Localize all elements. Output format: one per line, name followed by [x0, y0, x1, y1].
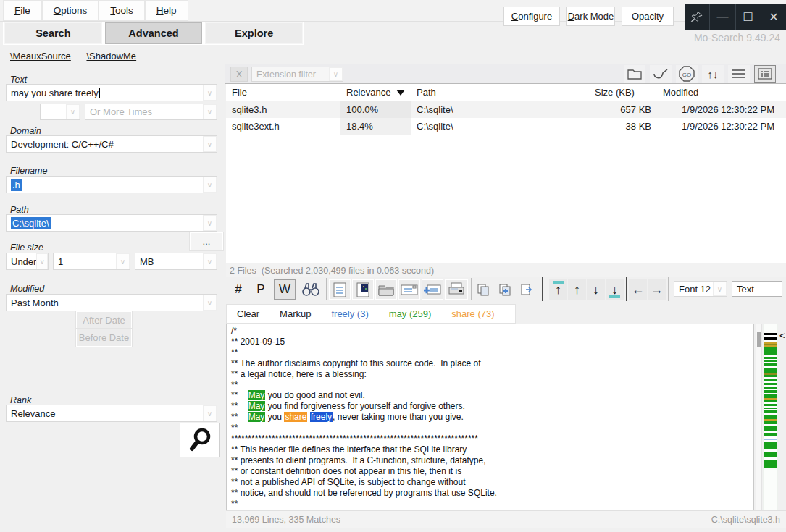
filter-clear-button[interactable]: X	[230, 67, 248, 82]
maximize-icon[interactable]: ☐	[735, 4, 761, 30]
preview-scrollbar-thumb[interactable]	[757, 332, 761, 347]
plain-text-button[interactable]: P	[251, 279, 271, 300]
col-file[interactable]: File	[226, 87, 340, 98]
filesize-label: File size	[10, 242, 43, 253]
binoculars-icon	[301, 282, 320, 297]
chevron-down-icon[interactable]: ∨	[203, 104, 217, 119]
back-button[interactable]: ←	[629, 279, 647, 300]
forward-button[interactable]: →	[648, 279, 666, 300]
chevron-down-icon[interactable]: ∨	[203, 215, 217, 231]
extension-filter-placeholder: Extension filter	[256, 69, 316, 80]
chevron-down-icon[interactable]: ∨	[36, 253, 48, 269]
col-modified[interactable]: Modified	[656, 87, 780, 98]
text-input[interactable]: may you share freely ∨	[6, 84, 217, 101]
close-icon[interactable]: ✕	[761, 4, 786, 30]
jump-bottom-button[interactable]: ↓	[606, 279, 624, 300]
repeat-count-combo[interactable]: ∨	[40, 104, 80, 120]
folder-icon	[627, 68, 642, 80]
menu-tools[interactable]: Tools	[99, 0, 145, 21]
chevron-down-icon[interactable]: ∨	[66, 104, 80, 119]
mail-button[interactable]	[398, 279, 420, 300]
opacity-button[interactable]: Opacity	[622, 7, 674, 26]
menu-help[interactable]: Help	[145, 0, 188, 21]
sort-toggle-button[interactable]: ↑↓	[702, 65, 724, 83]
tab-may[interactable]: may (259)	[389, 308, 432, 319]
menu-options[interactable]: Options	[42, 0, 99, 21]
chevron-down-icon[interactable]: ∨	[116, 253, 130, 269]
chevron-down-icon[interactable]: ∨	[203, 177, 217, 193]
tab-explore[interactable]: Explore	[205, 22, 303, 44]
configure-button[interactable]: Configure	[503, 7, 560, 26]
pipe-icon	[653, 68, 669, 80]
table-row[interactable]: sqlite3.h 100.0% C:\sqlite\ 657 KB 1/9/2…	[226, 101, 786, 118]
extension-filter-input[interactable]: Extension filter ∨	[251, 67, 343, 82]
filesize-unit-combo[interactable]: MB ∨	[135, 253, 217, 270]
find-text-input[interactable]: Text	[732, 281, 782, 297]
find-button[interactable]	[298, 279, 323, 300]
tab-freely[interactable]: freely (3)	[331, 308, 368, 319]
find-text-value: Text	[737, 284, 754, 295]
list-view-button[interactable]	[728, 65, 750, 83]
col-size[interactable]: Size (KB)	[590, 87, 656, 98]
hash-button[interactable]: #	[229, 279, 248, 300]
chevron-down-icon[interactable]: ∨	[203, 405, 217, 421]
filesize-value-combo[interactable]: 1 ∨	[53, 253, 130, 270]
notepad-image-icon	[356, 282, 369, 297]
rank-value: Relevance	[11, 408, 55, 419]
notepad-image-button[interactable]	[352, 279, 374, 300]
next-match-button[interactable]: ↓	[587, 279, 605, 300]
filename-input[interactable]: .h ∨	[6, 176, 217, 193]
chevron-down-icon[interactable]: ∨	[203, 295, 217, 311]
tab-clear[interactable]: Clear	[237, 308, 259, 319]
preview-scrollbar[interactable]	[756, 324, 762, 510]
browse-path-button[interactable]: ...	[190, 232, 223, 250]
col-path[interactable]: Path	[411, 87, 590, 98]
tab-advanced[interactable]: Advanced	[105, 22, 203, 44]
print-button[interactable]	[445, 279, 468, 300]
chevron-down-icon[interactable]: ∨	[329, 67, 343, 81]
col-relevance[interactable]: Relevance	[340, 87, 411, 98]
tab-search[interactable]: Search	[4, 22, 102, 44]
modified-combo[interactable]: Past Month ∨	[6, 294, 217, 311]
export-button[interactable]	[517, 279, 536, 300]
minimap-position-indicator[interactable]	[764, 333, 777, 340]
copy-button[interactable]	[474, 279, 493, 300]
font-size-combo[interactable]: Font 12 ∨	[674, 281, 727, 297]
menu-file[interactable]: File	[3, 0, 42, 21]
chevron-down-icon[interactable]: ∨	[203, 253, 217, 269]
or-more-times-combo[interactable]: Or More Times ∨	[85, 104, 217, 120]
minimize-icon[interactable]: —	[709, 4, 735, 30]
search-button[interactable]	[180, 423, 220, 457]
chevron-down-icon[interactable]: ∨	[713, 282, 727, 296]
jump-top-button[interactable]: ↑	[549, 279, 567, 300]
filesize-op-combo[interactable]: Under ∨	[6, 253, 49, 270]
mail-add-button[interactable]	[422, 279, 443, 300]
go-button[interactable]: GO	[676, 65, 698, 83]
dark-mode-button[interactable]: Dark Mode	[566, 7, 615, 26]
pin-icon[interactable]	[685, 4, 709, 30]
chevron-down-icon[interactable]: ∨	[203, 85, 217, 101]
word-wrap-button[interactable]: W	[274, 279, 296, 300]
open-folder-button[interactable]	[375, 279, 397, 300]
rank-combo[interactable]: Relevance ∨	[6, 405, 217, 422]
folder-view-button[interactable]	[624, 65, 645, 83]
code-line: **	[231, 423, 753, 434]
path-input[interactable]: C:\sqlite\ ∨	[6, 214, 217, 232]
after-date-button[interactable]: After Date	[76, 311, 132, 329]
pipe-tool-button[interactable]	[650, 65, 672, 83]
details-view-button[interactable]	[754, 65, 776, 83]
copy-add-button[interactable]	[496, 279, 514, 300]
table-row[interactable]: sqlite3ext.h 18.4% C:\sqlite\ 38 KB 1/9/…	[226, 118, 786, 135]
tab-share[interactable]: share (73)	[451, 308, 494, 319]
notepad-button[interactable]	[329, 279, 351, 300]
shortcut-meauxsource[interactable]: \MeauxSource	[10, 51, 71, 62]
tab-markup[interactable]: Markup	[280, 308, 311, 319]
before-date-button[interactable]: Before Date	[76, 329, 132, 347]
preview-code[interactable]: /*** 2001-09-15**** The author disclaims…	[226, 324, 754, 510]
shortcut-shadowme[interactable]: \ShadowMe	[86, 51, 136, 62]
domain-combo[interactable]: Development: C/C++/C# ∨	[6, 135, 217, 153]
details-view-icon	[758, 68, 772, 80]
code-line: ** 2001-09-15	[231, 337, 753, 347]
chevron-down-icon[interactable]: ∨	[203, 136, 217, 152]
prev-match-button[interactable]: ↑	[568, 279, 586, 300]
